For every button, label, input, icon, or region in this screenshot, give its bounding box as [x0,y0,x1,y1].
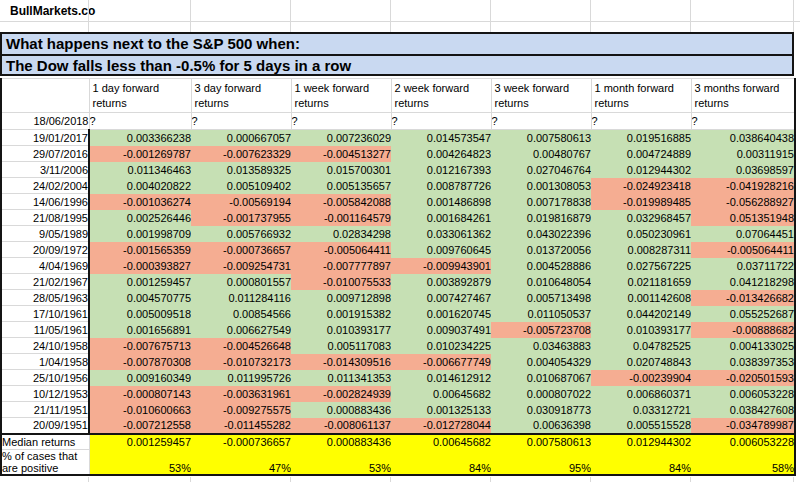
return-cell[interactable]: -0.010075533 [291,274,391,290]
return-cell[interactable]: 0.009037491 [391,322,491,338]
return-cell[interactable]: -0.011455282 [191,418,291,434]
return-cell[interactable]: 0.001308053 [491,178,591,194]
return-cell[interactable]: 0.015700301 [291,162,391,178]
return-cell[interactable]: 0.002526446 [89,210,191,226]
return-cell[interactable]: 0.013589325 [191,162,291,178]
date-cell[interactable]: 17/10/1961 [1,306,89,322]
return-cell[interactable]: -0.001164579 [291,210,391,226]
return-cell[interactable]: 0.00854566 [191,306,291,322]
return-cell[interactable]: 0.004570775 [89,290,191,306]
pending-return-cell[interactable]: ? [591,113,691,130]
return-cell[interactable]: 0.011050537 [491,306,591,322]
date-cell[interactable]: 29/07/2016 [1,146,89,162]
return-cell[interactable]: 0.011346463 [89,162,191,178]
return-cell[interactable]: 0.001998709 [89,226,191,242]
column-header[interactable]: 3 week forward returns [491,79,591,113]
return-cell[interactable]: 0.020748843 [591,354,691,370]
return-cell[interactable]: 0.007427467 [391,290,491,306]
pending-return-cell[interactable]: ? [691,113,795,130]
date-cell[interactable]: 4/04/1969 [1,258,89,274]
date-cell[interactable]: 21/02/1967 [1,274,89,290]
column-header[interactable]: 1 day forward returns [89,79,191,113]
return-cell[interactable]: 0.03463883 [491,338,591,354]
return-cell[interactable]: 0.02834298 [291,226,391,242]
return-cell[interactable]: 0.001325133 [391,402,491,418]
return-cell[interactable]: 0.001142608 [591,290,691,306]
date-cell[interactable]: 18/06/2018 [1,113,89,130]
return-cell[interactable]: 0.010393177 [291,322,391,338]
return-cell[interactable]: -0.001036274 [89,194,191,210]
return-cell[interactable]: -0.001269787 [89,146,191,162]
date-cell[interactable]: 9/05/1989 [1,226,89,242]
return-cell[interactable]: -0.013426682 [691,290,795,306]
date-cell[interactable]: 3/11/2006 [1,162,89,178]
date-cell[interactable]: 24/10/1958 [1,338,89,354]
return-cell[interactable]: 0.033061362 [391,226,491,242]
median-cell[interactable]: -0.000736657 [191,434,291,450]
return-cell[interactable]: 0.000883436 [291,402,391,418]
return-cell[interactable]: 0.011995726 [191,370,291,386]
return-cell[interactable]: -0.010600663 [89,402,191,418]
return-cell[interactable]: 0.001656891 [89,322,191,338]
return-cell[interactable]: -0.034789987 [691,418,795,434]
return-cell[interactable]: -0.00239904 [591,370,691,386]
return-cell[interactable]: -0.004513277 [291,146,391,162]
return-cell[interactable]: 0.030918773 [491,402,591,418]
column-header[interactable]: 1 week forward returns [291,79,391,113]
return-cell[interactable]: -0.005723708 [491,322,591,338]
return-cell[interactable]: 0.004133025 [691,338,795,354]
return-cell[interactable]: -0.024923418 [591,178,691,194]
return-cell[interactable]: 0.013720056 [491,242,591,258]
return-cell[interactable]: 0.007236029 [291,130,391,146]
pending-return-cell[interactable]: ? [391,113,491,130]
return-cell[interactable]: 0.007178838 [491,194,591,210]
date-cell[interactable]: 21/11/1951 [1,402,89,418]
date-column-header[interactable] [1,79,89,113]
return-cell[interactable]: -0.00888682 [691,322,795,338]
percent-positive-cell[interactable]: 53% [89,450,191,476]
return-cell[interactable]: -0.005064411 [691,242,795,258]
pending-return-cell[interactable]: ? [291,113,391,130]
date-cell[interactable]: 1/04/1958 [1,354,89,370]
return-cell[interactable]: -0.000807143 [89,386,191,402]
return-cell[interactable]: -0.001565359 [89,242,191,258]
percent-positive-label[interactable]: % of cases thatare positive [1,450,89,476]
return-cell[interactable]: -0.005064411 [291,242,391,258]
percent-positive-cell[interactable]: 84% [391,450,491,476]
return-cell[interactable]: 0.000807022 [491,386,591,402]
return-cell[interactable]: -0.00569194 [191,194,291,210]
return-cell[interactable]: -0.008061137 [291,418,391,434]
return-cell[interactable]: -0.014309516 [291,354,391,370]
return-cell[interactable]: -0.009943901 [391,258,491,274]
median-cell[interactable]: 0.006053228 [691,434,795,450]
return-cell[interactable]: 0.001684261 [391,210,491,226]
return-cell[interactable]: 0.004264823 [391,146,491,162]
return-cell[interactable]: 0.007580613 [491,130,591,146]
return-cell[interactable]: 0.010393177 [591,322,691,338]
return-cell[interactable]: -0.007675713 [89,338,191,354]
return-cell[interactable]: 0.000667057 [191,130,291,146]
return-cell[interactable]: -0.012728044 [391,418,491,434]
return-cell[interactable]: 0.044202149 [591,306,691,322]
return-cell[interactable]: -0.007870308 [89,354,191,370]
return-cell[interactable]: 0.055252687 [691,306,795,322]
date-cell[interactable]: 10/12/1953 [1,386,89,402]
return-cell[interactable]: -0.009275575 [191,402,291,418]
return-cell[interactable]: 0.009760645 [391,242,491,258]
return-cell[interactable]: 0.004020822 [89,178,191,194]
date-cell[interactable]: 24/02/2004 [1,178,89,194]
column-header[interactable]: 1 month forward returns [591,79,691,113]
return-cell[interactable]: 0.010234225 [391,338,491,354]
return-cell[interactable]: -0.006677749 [391,354,491,370]
return-cell[interactable]: -0.007777897 [291,258,391,274]
return-cell[interactable]: 0.001915382 [291,306,391,322]
return-cell[interactable]: -0.010732173 [191,354,291,370]
return-cell[interactable]: 0.043022396 [491,226,591,242]
return-cell[interactable]: 0.003892879 [391,274,491,290]
date-cell[interactable]: 14/06/1996 [1,194,89,210]
pending-return-cell[interactable]: ? [191,113,291,130]
return-cell[interactable]: 0.001486898 [391,194,491,210]
return-cell[interactable]: 0.004528886 [491,258,591,274]
return-cell[interactable]: 0.03698597 [691,162,795,178]
return-cell[interactable]: 0.051351948 [691,210,795,226]
